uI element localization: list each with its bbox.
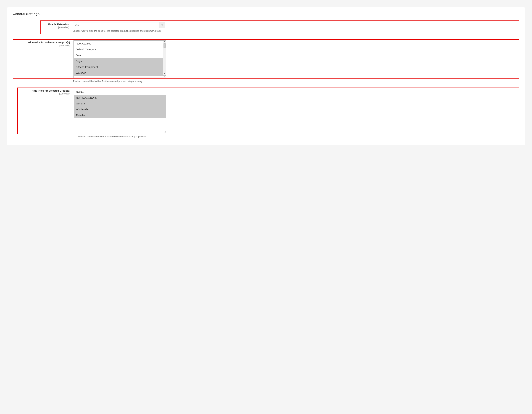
groups-help: Product price will be hidden for the sel… [78,135,174,138]
enable-extension-scope: [store view] [41,26,69,29]
scroll-up-icon [164,41,165,42]
category-option[interactable]: Default Category [74,47,166,52]
categories-multiselect[interactable]: Root CatalogDefault CategoryGearBagsFitn… [74,40,166,78]
scrollbar-thumb[interactable] [163,43,166,48]
enable-extension-label: Enable Extension [41,23,69,26]
groups-option-list: NONENOT LOGGED INGeneralWholesaleRetaile… [74,89,166,133]
chevron-down-icon [159,22,165,28]
panel-title: General Settings [13,12,519,16]
svg-marker-0 [162,25,163,26]
category-option[interactable]: Watches [74,70,166,76]
categories-scope: [store view] [13,44,70,47]
group-option[interactable]: Wholesale [74,106,166,112]
group-option[interactable]: NOT LOGGED IN [74,95,166,101]
groups-label: Hide Price for Selected Group(s) [18,89,70,92]
category-option[interactable]: Fitness Equipment [74,64,166,70]
scroll-down-icon [164,73,165,74]
field-enable-extension: Enable Extension [store view] Yes Choose… [40,20,519,34]
resize-grip-icon[interactable] [163,130,166,133]
category-option[interactable]: Bags [74,58,166,64]
group-option[interactable]: NONE [74,89,166,95]
categories-help: Product price will be hidden for the sel… [73,80,169,83]
scrollbar[interactable] [163,41,166,75]
category-option[interactable]: Gear [74,52,166,58]
enable-extension-help: Choose 'Yes' to hide the price for the s… [73,29,165,33]
svg-marker-2 [164,73,165,74]
resize-grip-icon[interactable] [163,75,166,77]
group-option[interactable]: General [74,101,166,106]
group-option[interactable]: Retailer [74,112,166,118]
general-settings-panel: General Settings Enable Extension [store… [7,7,525,145]
enable-extension-value: Yes [73,22,159,28]
groups-multiselect[interactable]: NONENOT LOGGED INGeneralWholesaleRetaile… [74,89,166,133]
groups-scope: [store view] [18,93,70,95]
categories-label: Hide Price for Selected Category(s) [13,41,70,44]
categories-option-list: Root CatalogDefault CategoryGearBagsFitn… [74,41,166,78]
category-option[interactable]: Root Catalog [74,41,166,47]
field-hide-price-groups: Hide Price for Selected Group(s) [store … [17,87,519,134]
enable-extension-select[interactable]: Yes [73,22,165,28]
svg-line-5 [165,77,165,77]
field-hide-price-categories: Hide Price for Selected Category(s) [sto… [13,39,519,79]
svg-marker-1 [164,41,165,42]
svg-line-8 [165,132,166,132]
